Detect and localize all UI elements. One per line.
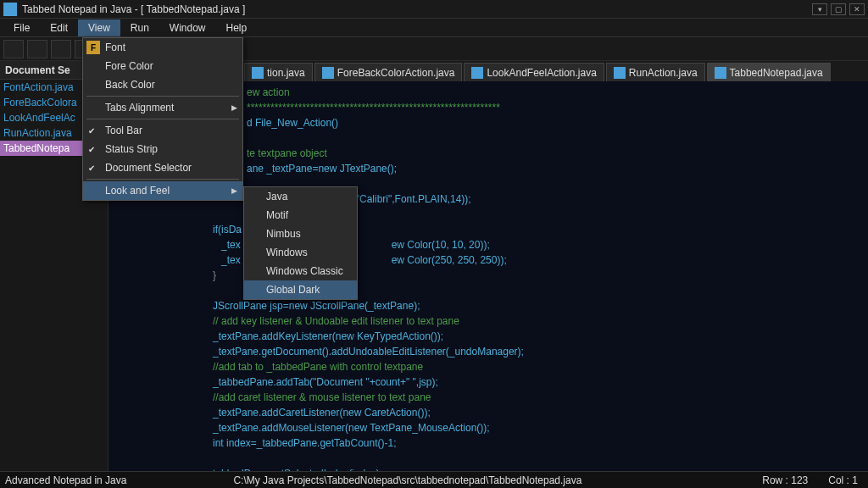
status-col: Col : 1	[818, 474, 868, 486]
maximize-in-icon[interactable]: ▢	[831, 3, 846, 15]
menu-font[interactable]: FFont	[83, 38, 242, 57]
tab-truncated[interactable]: tion.java	[244, 63, 313, 81]
tab-forebackcolor[interactable]: ForeBackColorAction.java	[314, 63, 463, 81]
status-row: Row : 123	[752, 474, 818, 486]
window-title: Tabbed Notepad in Java - [ TabbedNotepad…	[22, 3, 812, 15]
close-in-icon[interactable]: ✕	[849, 3, 865, 15]
check-icon: ✔	[88, 145, 95, 154]
menu-run[interactable]: Run	[120, 19, 159, 36]
check-icon: ✔	[88, 164, 95, 173]
title-bar: Tabbed Notepad in Java - [ TabbedNotepad…	[0, 0, 868, 19]
disk-icon	[471, 67, 483, 79]
lookfeel-submenu: Java Motif Nimbus Windows Windows Classi…	[243, 186, 358, 300]
disk-icon	[614, 67, 626, 79]
menu-backcolor[interactable]: Back Color	[83, 75, 242, 94]
laf-global-dark[interactable]: Global Dark	[244, 280, 357, 299]
tab-label: tion.java	[267, 67, 305, 79]
tab-tabbednotepad[interactable]: TabbedNotepad.java	[707, 63, 831, 81]
save-icon[interactable]	[51, 40, 71, 58]
status-bar: Advanced Notepad in Java C:\My Java Proj…	[0, 471, 868, 488]
submenu-arrow-icon: ▶	[231, 103, 237, 112]
tab-lookandfeel[interactable]: LookAndFeelAction.java	[464, 63, 604, 81]
menu-help[interactable]: Help	[216, 19, 258, 36]
tab-label: LookAndFeelAction.java	[487, 67, 596, 79]
disk-icon	[715, 67, 726, 79]
disk-icon	[252, 67, 264, 79]
menu-tabs-alignment[interactable]: Tabs Alignment▶	[83, 98, 242, 117]
menu-separator	[86, 179, 239, 180]
tab-label: ForeBackColorAction.java	[337, 67, 455, 79]
menu-separator	[86, 119, 239, 119]
menu-bar: File Edit View Run Window Help	[0, 19, 868, 37]
menu-toolbar[interactable]: ✔Tool Bar	[83, 121, 242, 140]
laf-java[interactable]: Java	[244, 187, 357, 206]
menu-window[interactable]: Window	[159, 19, 216, 36]
font-icon: F	[86, 41, 100, 54]
app-icon	[3, 3, 17, 16]
menu-edit[interactable]: Edit	[40, 19, 78, 36]
new-file-icon[interactable]	[3, 40, 24, 58]
status-left: Advanced Notepad in Java	[0, 474, 131, 486]
window-controls: ▾ ▢ ✕	[812, 3, 865, 15]
status-path: C:\My Java Projects\TabbedNotepad\src\ta…	[131, 474, 752, 486]
menu-lookfeel[interactable]: Look and Feel▶	[83, 181, 242, 200]
menu-statusstrip[interactable]: ✔Status Strip	[83, 140, 242, 158]
menu-file[interactable]: File	[3, 19, 40, 36]
menu-forecolor[interactable]: Fore Color	[83, 57, 242, 75]
laf-nimbus[interactable]: Nimbus	[244, 225, 357, 243]
tab-label: TabbedNotepad.java	[730, 67, 823, 79]
tab-label: RunAction.java	[629, 67, 698, 79]
tab-runaction[interactable]: RunAction.java	[606, 63, 705, 81]
minimize-in-icon[interactable]: ▾	[812, 3, 827, 15]
menu-doc-selector[interactable]: ✔Document Selector	[83, 158, 242, 177]
laf-motif[interactable]: Motif	[244, 206, 357, 225]
disk-icon	[322, 67, 334, 79]
submenu-arrow-icon: ▶	[231, 186, 237, 195]
open-file-icon[interactable]	[27, 40, 47, 58]
menu-separator	[86, 96, 239, 97]
menu-view[interactable]: View	[78, 19, 120, 36]
laf-windows[interactable]: Windows	[244, 243, 357, 262]
check-icon: ✔	[88, 126, 95, 136]
laf-windows-classic[interactable]: Windows Classic	[244, 262, 357, 280]
view-menu-dropdown: FFont Fore Color Back Color Tabs Alignme…	[82, 37, 243, 201]
